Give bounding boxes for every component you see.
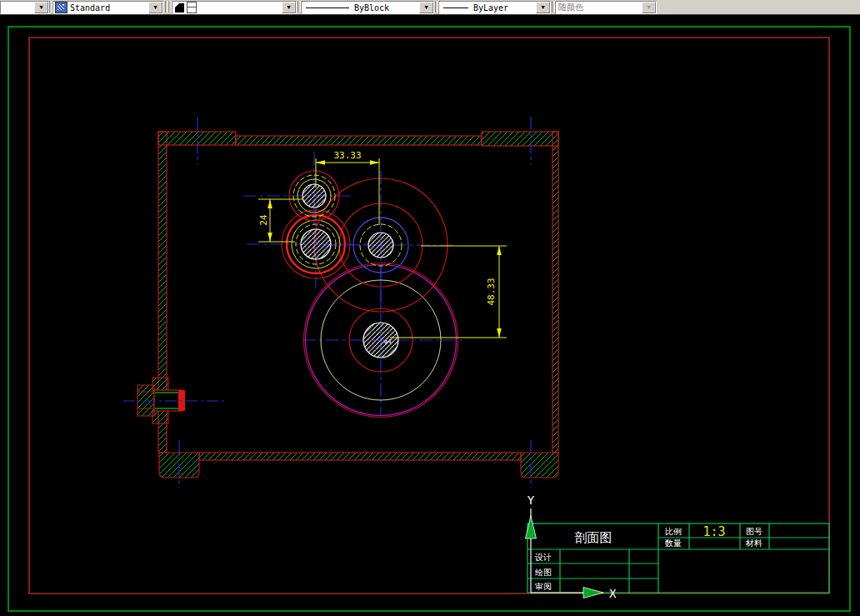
lineweight-combo[interactable]: 随颜色 ▼ — [555, 1, 657, 14]
lineweight-combo-value: 随颜色 — [556, 2, 642, 13]
layer-combo[interactable]: ▼ — [172, 1, 297, 14]
text-style-combo[interactable]: Standard ▼ — [52, 1, 163, 14]
ucs-y-label: Y — [528, 493, 535, 507]
scale-label: 比例 — [665, 527, 682, 536]
partial-combo-arrow-icon[interactable]: ▼ — [34, 2, 48, 13]
dim-text-left-vertical: 24 — [258, 214, 269, 226]
title-block-title: 剖面图 — [575, 530, 612, 545]
housing-right-foot — [521, 453, 558, 478]
partial-combo[interactable]: ▼ — [0, 1, 49, 14]
text-style-value: Standard — [68, 3, 148, 13]
color-combo-arrow-icon[interactable]: ▼ — [419, 2, 433, 13]
material-label: 材料 — [745, 538, 762, 548]
lineweight-combo-arrow-icon: ▼ — [642, 2, 656, 13]
drawing-frame-border — [29, 38, 829, 593]
color-combo[interactable]: ByBlock ▼ — [301, 1, 434, 14]
gear-left-hub — [301, 229, 331, 259]
designer-label: 设计 — [534, 553, 552, 562]
linetype-combo-arrow-icon[interactable]: ▼ — [536, 2, 550, 13]
quantity-label: 数量 — [664, 538, 682, 548]
gear-output-hub — [363, 323, 398, 358]
layer-state-icon — [187, 2, 197, 13]
layer-color-swatch-icon — [175, 3, 184, 13]
properties-toolbar: ▼ Standard ▼ ▼ ByBlock ▼ ByLayer ▼ 随颜色 ▼ — [0, 0, 860, 15]
plug-flange-bottom — [152, 410, 168, 423]
linetype-line-icon — [443, 8, 468, 8]
housing-top-wall-mid — [236, 136, 482, 145]
title-block-text: 剖面图 比例 1:3 图号 数量 材料 设计 绘图 审阅 — [534, 524, 762, 591]
color-combo-value: ByBlock — [349, 3, 419, 13]
linetype-combo-value: ByLayer — [468, 3, 536, 13]
text-style-arrow-icon[interactable]: ▼ — [148, 2, 162, 13]
ucs-x-arrowhead-icon — [583, 588, 603, 598]
centerlines — [179, 117, 531, 488]
reviewer-label: 审阅 — [535, 582, 552, 591]
text-style-icon — [55, 2, 68, 13]
scale-value: 1:3 — [702, 524, 725, 539]
gear-top-hub — [302, 184, 326, 208]
gear-input-left — [282, 210, 350, 278]
model-space-canvas[interactable]: φ4 33.33 24 — [0, 15, 860, 616]
drafter-label: 绘图 — [535, 568, 552, 577]
housing-bottom-wall — [199, 453, 521, 460]
plug-flange-top — [152, 378, 168, 391]
housing-section — [158, 132, 558, 478]
cad-application-window: { "toolbar": { "partial_combo": {"value"… — [0, 0, 860, 616]
dimension-24: 24 — [258, 199, 303, 242]
dim-text-horizontal: 33.33 — [333, 150, 361, 161]
layer-combo-arrow-icon[interactable]: ▼ — [282, 2, 296, 13]
housing-top-wall-right — [482, 132, 558, 146]
linetype-combo[interactable]: ByLayer ▼ — [438, 1, 551, 14]
drawing-no-label: 图号 — [746, 527, 762, 536]
ucs-x-label: X — [609, 587, 617, 600]
housing-right-wall — [552, 132, 558, 453]
color-line-icon — [306, 8, 349, 8]
gear-center-hub — [368, 233, 393, 258]
hub-diameter-label: φ4 — [384, 338, 391, 345]
dim-text-right-vertical: 48.33 — [486, 278, 497, 305]
drain-plug-assembly — [123, 378, 227, 423]
